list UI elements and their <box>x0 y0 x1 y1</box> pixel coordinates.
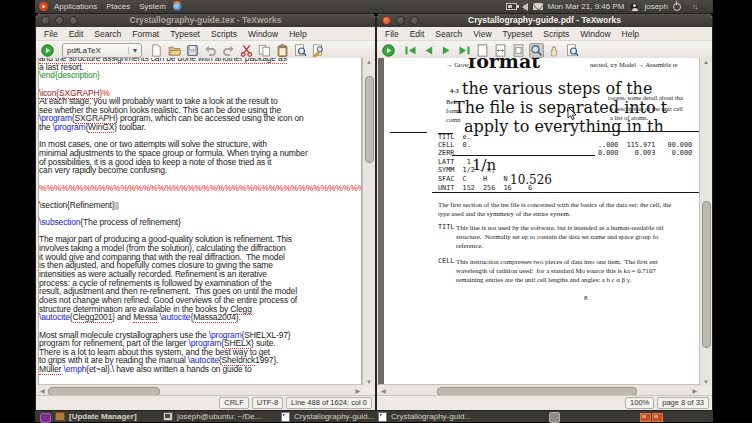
fit-width-icon[interactable] <box>493 43 508 58</box>
replace-icon[interactable] <box>311 43 326 58</box>
pdf-menu-help[interactable]: Help <box>622 29 639 39</box>
taskbar-item[interactable]: [Update Manager] <box>55 412 137 421</box>
pdf-menu-edit[interactable]: Edit <box>410 29 425 39</box>
editor-menu-help[interactable]: Help <box>289 29 306 39</box>
username[interactable]: joseph <box>644 2 668 11</box>
editor-text-area[interactable]: and the structure assignments can be don… <box>39 58 361 385</box>
actual-size-icon[interactable] <box>475 43 490 58</box>
find-icon[interactable] <box>293 43 308 58</box>
scrollbar-thumb[interactable] <box>365 76 374 163</box>
taskbar-item[interactable]: joseph@ubuntu: ~/De... <box>163 412 261 421</box>
pdf-menu-search[interactable]: Search <box>435 29 462 39</box>
network-arrows-icon[interactable]: ↑↓ <box>692 3 697 10</box>
panel-menu-system[interactable]: System <box>139 2 166 11</box>
taskbar-item[interactable]: Crystallography-guid... <box>378 412 471 421</box>
copy-icon[interactable] <box>257 43 272 58</box>
editor-menu-search[interactable]: Search <box>94 29 121 39</box>
editor-menu-window[interactable]: Window <box>248 29 278 39</box>
typeset-button[interactable] <box>40 43 55 58</box>
battery-icon[interactable] <box>506 3 517 10</box>
pdf-menu-scripts[interactable]: Scripts <box>543 29 569 39</box>
editor-menu-scripts[interactable]: Scripts <box>211 29 237 39</box>
save-icon[interactable] <box>185 43 200 58</box>
mail-icon[interactable] <box>533 3 543 10</box>
pdf-text-fragment: TITL e. <box>438 134 471 141</box>
pdf-menu-view[interactable]: View <box>473 29 491 39</box>
workspace-switcher-icon[interactable] <box>652 413 663 422</box>
editor-menu-file[interactable]: File <box>44 29 58 39</box>
typeset-button[interactable] <box>381 43 396 58</box>
top-panel: ApplicationsPlacesSystem Mon Mar 21, 9:4… <box>35 0 713 13</box>
first-page-icon[interactable] <box>403 43 418 58</box>
pdf-text-fragment: SFAC C H N <box>438 176 508 183</box>
mouse-cursor-icon <box>567 107 578 121</box>
last-page-icon[interactable] <box>457 43 472 58</box>
texworks-doc-icon <box>378 412 387 422</box>
redo-icon[interactable] <box>221 43 236 58</box>
magnify-icon[interactable] <box>529 43 544 58</box>
editor-menu-edit[interactable]: Edit <box>69 29 84 39</box>
editor-titlebar[interactable]: Crystallography-guide.tex - TeXworks <box>36 14 375 27</box>
ubuntu-logo-icon[interactable] <box>39 2 48 11</box>
editor-line: \section{Refinement} <box>39 201 361 210</box>
panel-menu-places[interactable]: Places <box>106 2 130 11</box>
engine-selector[interactable]: pdfLaTeX ▼ <box>62 43 142 58</box>
status-box: UTF-8 <box>252 397 283 409</box>
new-icon[interactable] <box>149 43 164 58</box>
open-icon[interactable] <box>167 43 182 58</box>
update-manager-tray-icon[interactable] <box>40 413 51 423</box>
user-avatar-icon[interactable] <box>629 2 639 12</box>
paste-icon[interactable] <box>275 43 290 58</box>
pdf-tool-icons <box>403 43 580 58</box>
pdf-menu-window[interactable]: Window <box>580 29 610 39</box>
fit-window-icon[interactable] <box>511 43 526 58</box>
editor-window: Crystallography-guide.tex - TeXworks Fil… <box>35 13 376 411</box>
taskbar-item-label: Crystallography-guid... <box>391 412 471 421</box>
firefox-icon[interactable] <box>173 2 182 11</box>
pdf-text-fragment: LATT 1 <box>438 159 471 166</box>
prev-page-icon[interactable] <box>421 43 436 58</box>
panel-menu-applications[interactable]: Applications <box>54 2 97 11</box>
pdf-menu-file[interactable]: File <box>385 29 399 39</box>
find-icon[interactable] <box>565 43 580 58</box>
editor-menu-format[interactable]: Format <box>132 29 159 39</box>
editor-window-title: Crystallography-guide.tex - TeXworks <box>36 15 375 25</box>
clock[interactable]: Mon Mar 21, 9:46 PM <box>548 2 625 11</box>
taskbar-item[interactable]: Crystallography-guid... <box>281 412 374 421</box>
editor-menu-typeset[interactable]: Typeset <box>170 29 200 39</box>
undo-icon[interactable] <box>203 43 218 58</box>
pdf-text-fragment: comn <box>446 116 460 123</box>
volume-icon[interactable] <box>522 3 528 11</box>
pdf-vertical-scrollbar[interactable]: ▲ ▼ <box>699 58 711 386</box>
texworks-doc-icon <box>281 412 290 422</box>
scrollbar-thumb[interactable] <box>702 201 711 348</box>
workspace-switcher-icon[interactable] <box>640 413 651 422</box>
next-page-icon[interactable] <box>439 43 454 58</box>
application-tray-icon[interactable] <box>549 412 560 423</box>
pdf-titlebar[interactable]: Crystallography-guide.pdf - TeXworks <box>377 14 712 27</box>
pdf-window-title: Crystallography-guide.pdf - TeXworks <box>377 15 712 25</box>
status-box: Line 488 of 1624; col 0 <box>286 397 372 409</box>
pdf-text-fragment: CELL 0. <box>438 142 471 149</box>
cut-icon[interactable] <box>239 43 254 58</box>
pdf-statusbar: 100%page 8 of 33 <box>377 395 712 410</box>
editor-menubar: FileEditSearchFormatTypesetScriptsWindow… <box>36 27 375 41</box>
pdf-text-fragment: reference. <box>456 242 483 250</box>
taskbar-item-label: Crystallography-guid... <box>294 412 374 421</box>
pdf-text-fragment: 10.526 <box>510 174 552 187</box>
chevron-down-icon: ▼ <box>128 47 141 54</box>
pdf-menu-typeset[interactable]: Typeset <box>503 29 533 39</box>
pdf-text-fragment: wavelength of radition used: for a stand… <box>456 267 656 275</box>
hand-icon[interactable] <box>547 43 562 58</box>
status-box: 100% <box>625 397 654 409</box>
taskbar-item-label: joseph@ubuntu: ~/De... <box>177 412 261 421</box>
editor-vertical-scrollbar[interactable]: ▲ ▼ <box>362 58 374 386</box>
pdf-text-fragment: a description of the unit cell <box>610 105 683 112</box>
editor-line: \autocite{Clegg2001} and Messa \autocite… <box>39 313 361 322</box>
pdf-text-fragment: 1/n <box>472 157 496 173</box>
pdf-text-fragment: This instruction compresses two pieces o… <box>456 258 658 266</box>
pdf-menubar: FileEditSearchViewTypesetScriptsWindowHe… <box>377 27 712 41</box>
terminal-icon <box>163 412 173 421</box>
power-icon[interactable] <box>673 3 681 11</box>
pdf-view[interactable]: → Grow tformatnected, try Model → Assemb… <box>378 58 699 385</box>
